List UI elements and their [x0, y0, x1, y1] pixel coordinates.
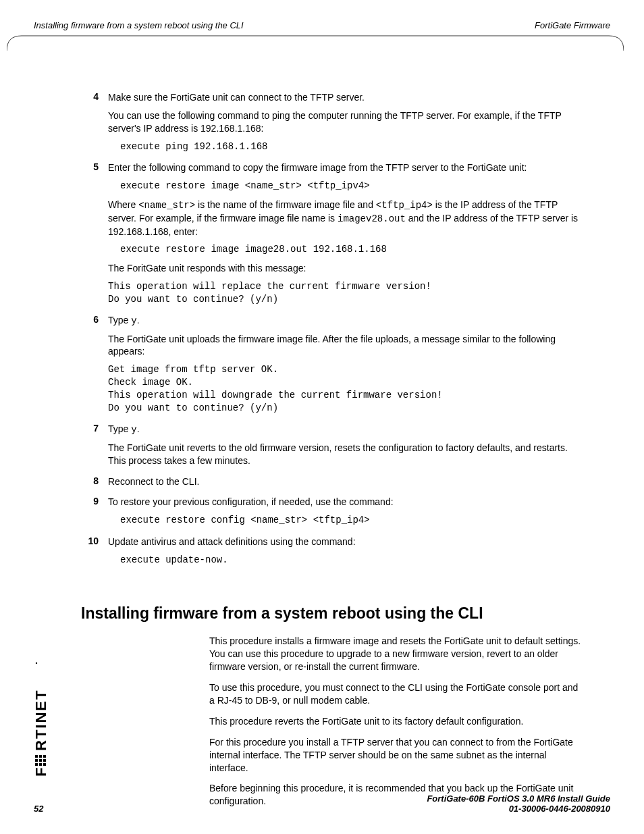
step-number: 6	[81, 314, 108, 420]
svg-rect-3	[35, 755, 38, 758]
code-block: execute restore image <name_str> <tftp_i…	[120, 180, 583, 193]
step-text: Where <name_str> is the name of the firm…	[108, 199, 583, 238]
paragraph: This procedure installs a firmware image…	[209, 635, 583, 673]
svg-rect-7	[43, 763, 46, 766]
step-text: Reconnect to the CLI.	[108, 475, 583, 488]
step-text: Type y.	[108, 314, 583, 328]
step-number: 10	[81, 536, 108, 572]
svg-rect-8	[43, 759, 46, 762]
svg-rect-4	[39, 763, 42, 766]
step-number: 8	[81, 475, 108, 494]
step-text: The FortiGate unit uploads the firmware …	[108, 333, 583, 359]
svg-rect-9	[43, 755, 46, 758]
step-number: 7	[81, 423, 108, 473]
paragraph: This procedure reverts the FortiGate uni…	[209, 715, 583, 728]
code-block: This operation will replace the current …	[108, 280, 583, 306]
step-text: Make sure the FortiGate unit can connect…	[108, 91, 583, 104]
header-left: Installing firmware from a system reboot…	[34, 20, 244, 30]
code-block: execute ping 192.168.1.168	[120, 140, 583, 154]
step-text: Type y.	[108, 423, 583, 436]
step-text: The ForitGate unit responds with this me…	[108, 262, 583, 275]
step-5: 5 Enter the following command to copy th…	[81, 161, 583, 311]
step-number: 9	[81, 496, 108, 532]
page-footer: 52 FortiGate-60B FortiOS 3.0 MR6 Install…	[34, 793, 610, 814]
svg-rect-2	[35, 759, 38, 762]
svg-rect-1	[35, 763, 38, 766]
step-7: 7 Type y. The FortiGate unit reverts to …	[81, 423, 583, 473]
svg-text:RTINET: RTINET	[32, 689, 49, 751]
step-text: Update antivirus and attack definitions …	[108, 536, 583, 548]
step-8: 8 Reconnect to the CLI.	[81, 475, 583, 494]
step-text: You can use the following command to pin…	[108, 109, 583, 135]
fortinet-logo-icon: F RTINET	[32, 655, 50, 777]
code-block: execute update-now.	[120, 554, 583, 567]
paragraph: To use this procedure, you must connect …	[209, 681, 583, 707]
step-text: Enter the following command to copy the …	[108, 161, 583, 174]
code-block: execute restore image image28.out 192.16…	[120, 243, 583, 257]
code-block: execute restore config <name_str> <tftp_…	[120, 514, 583, 527]
step-9: 9 To restore your previous configuration…	[81, 496, 583, 532]
paragraph: For this procedure you install a TFTP se…	[209, 736, 583, 775]
step-4: 4 Make sure the FortiGate unit can conne…	[81, 91, 583, 159]
section-body: This procedure installs a firmware image…	[81, 635, 583, 808]
page-content: 4 Make sure the FortiGate unit can conne…	[0, 51, 644, 808]
footer-docinfo: FortiGate-60B FortiOS 3.0 MR6 Install Gu…	[427, 793, 610, 814]
header-right: FortiGate Firmware	[535, 20, 610, 30]
step-10: 10 Update antivirus and attack definitio…	[81, 536, 583, 572]
svg-rect-5	[39, 759, 42, 762]
page-number: 52	[34, 804, 43, 814]
step-number: 5	[81, 161, 108, 311]
step-6: 6 Type y. The FortiGate unit uploads the…	[81, 314, 583, 420]
step-number: 4	[81, 91, 108, 159]
step-text: The FortiGate unit reverts to the old fi…	[108, 442, 583, 467]
svg-rect-6	[39, 755, 42, 758]
svg-point-11	[36, 662, 37, 664]
section-heading: Installing firmware from a system reboot…	[81, 604, 583, 623]
svg-text:F: F	[32, 766, 49, 777]
code-block: Get image from tftp server OK. Check ima…	[108, 363, 583, 415]
page-header: Installing firmware from a system reboot…	[0, 0, 644, 30]
header-rule	[7, 34, 624, 51]
step-text: To restore your previous configuration, …	[108, 496, 583, 509]
